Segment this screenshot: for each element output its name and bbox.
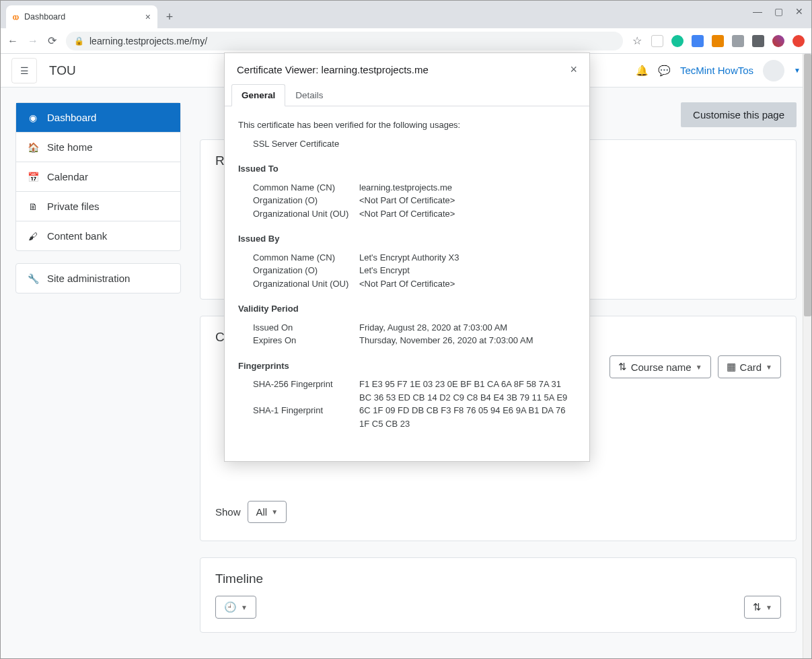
cert-label: SHA-1 Fingerprint: [253, 404, 359, 417]
cert-label: [253, 391, 359, 405]
cert-label: [253, 417, 359, 431]
ext-icon-1[interactable]: [651, 35, 663, 47]
timeline-filter-dropdown[interactable]: 🕘 ▼: [215, 596, 256, 619]
ext-icon-grammarly[interactable]: [671, 35, 684, 47]
user-menu-caret-icon[interactable]: ▼: [794, 67, 801, 74]
sidebar-item-label: Dashboard: [47, 112, 96, 123]
chat-icon[interactable]: 💬: [658, 65, 671, 77]
cert-label: Common Name (CN): [253, 251, 359, 265]
scrollbar[interactable]: [803, 54, 811, 658]
cert-label: Organizational Unit (OU): [253, 277, 359, 291]
cert-value: <Not Part Of Certificate>: [359, 277, 576, 291]
extensions-puzzle-icon[interactable]: [752, 35, 764, 47]
timeline-sort-dropdown[interactable]: ⇅ ▼: [744, 596, 781, 619]
sidebar: ◉ Dashboard 🏠 Site home 📅 Calendar 🗎 Pri…: [15, 102, 181, 649]
grid-icon: ▦: [727, 361, 736, 373]
ext-icon-7[interactable]: [792, 35, 805, 47]
bell-icon[interactable]: 🔔: [636, 65, 649, 77]
cert-value: learning.testprojects.me: [359, 181, 576, 195]
home-icon: 🏠: [27, 142, 39, 153]
nav-block-main: ◉ Dashboard 🏠 Site home 📅 Calendar 🗎 Pri…: [15, 102, 181, 251]
tab-general[interactable]: General: [231, 84, 285, 106]
file-icon: 🗎: [27, 201, 39, 212]
cert-label: Common Name (CN): [253, 181, 359, 195]
extension-icons: [651, 35, 805, 47]
cert-body: This certificate has been verified for t…: [225, 106, 589, 430]
chevron-down-icon: ▼: [271, 508, 278, 516]
show-value: All: [256, 506, 268, 518]
cert-label: Issued On: [253, 321, 359, 335]
browser-tab-strip: ⲱ Dashboard × + — ▢ ✕: [1, 1, 811, 28]
tab-details[interactable]: Details: [285, 84, 333, 106]
cert-label: Organization (O): [253, 194, 359, 207]
cert-value: Friday, August 28, 2020 at 7:03:00 AM: [359, 321, 576, 335]
sidebar-item-site-admin[interactable]: 🔧 Site administration: [16, 264, 180, 293]
brand-title[interactable]: TOU: [49, 63, 76, 78]
clock-icon: 🕘: [224, 601, 237, 613]
avatar[interactable]: [763, 60, 784, 81]
url-text: learning.testprojects.me/my/: [89, 36, 207, 46]
cert-issued-to-section: Issued To Common Name (CN)learning.testp…: [238, 162, 576, 220]
cert-value: BC 36 53 ED CB 14 D2 C9 C8 B4 E4 3B 79 1…: [359, 391, 576, 405]
cert-value: Thursday, November 26, 2020 at 7:03:00 A…: [359, 334, 576, 347]
cert-validity-section: Validity Period Issued OnFriday, August …: [238, 302, 576, 347]
url-bar[interactable]: 🔒 learning.testprojects.me/my/: [66, 32, 623, 50]
sidebar-item-calendar[interactable]: 📅 Calendar: [16, 162, 180, 192]
profile-avatar-icon[interactable]: [772, 35, 784, 47]
sidebar-item-site-home[interactable]: 🏠 Site home: [16, 133, 180, 162]
sort-dropdown[interactable]: ⇅ Course name ▼: [610, 355, 711, 378]
view-dropdown[interactable]: ▦ Card ▼: [718, 355, 781, 378]
cert-value: <Not Part Of Certificate>: [359, 194, 576, 207]
maximize-icon[interactable]: ▢: [774, 6, 783, 17]
back-icon[interactable]: ←: [7, 35, 18, 47]
ext-icon-3[interactable]: [692, 35, 704, 47]
cert-section-title: Validity Period: [238, 302, 576, 316]
close-tab-icon[interactable]: ×: [145, 11, 151, 22]
ext-icon-4[interactable]: [712, 35, 724, 47]
cert-section-title: Issued By: [238, 232, 576, 246]
show-dropdown[interactable]: All ▼: [248, 501, 287, 523]
star-icon[interactable]: ☆: [632, 34, 642, 47]
ext-icon-5[interactable]: [732, 35, 744, 47]
moodle-favicon: ⲱ: [13, 11, 19, 22]
sidebar-item-dashboard[interactable]: ◉ Dashboard: [16, 103, 180, 133]
cert-value: <Not Part Of Certificate>: [359, 207, 576, 221]
chevron-down-icon: ▼: [241, 604, 248, 611]
lock-icon[interactable]: 🔒: [74, 36, 84, 46]
card-title: Timeline: [215, 571, 781, 586]
close-window-icon[interactable]: ✕: [795, 6, 803, 17]
sort-icon: ⇅: [618, 361, 627, 373]
cert-tabs: General Details: [225, 83, 589, 106]
cert-usage: SSL Server Certificate: [238, 137, 576, 151]
sort-label: Course name: [631, 361, 692, 373]
hamburger-button[interactable]: ☰: [11, 58, 37, 83]
cert-label: SHA-256 Fingerprint: [253, 378, 359, 391]
cert-fingerprints-section: Fingerprints SHA-256 FingerprintF1 E3 95…: [238, 359, 576, 431]
cert-section-title: Issued To: [238, 162, 576, 176]
sidebar-item-private-files[interactable]: 🗎 Private files: [16, 192, 180, 221]
cert-label: Organization (O): [253, 264, 359, 277]
tab-title: Dashboard: [24, 12, 65, 22]
sort-icon: ⇅: [753, 601, 762, 613]
sidebar-item-content-bank[interactable]: 🖌 Content bank: [16, 221, 180, 250]
chevron-down-icon: ▼: [766, 604, 772, 611]
wrench-icon: 🔧: [27, 273, 39, 284]
cert-intro: This certificate has been verified for t…: [238, 118, 576, 132]
cert-value: 1F C5 CB 23: [359, 417, 576, 431]
scrollbar-thumb[interactable]: [804, 54, 811, 316]
browser-tab[interactable]: ⲱ Dashboard ×: [6, 5, 157, 28]
window-controls: — ▢ ✕: [753, 6, 803, 17]
calendar-icon: 📅: [27, 172, 39, 182]
dashboard-icon: ◉: [27, 112, 39, 123]
customise-page-button[interactable]: Customise this page: [681, 102, 797, 127]
cert-value: Let's Encrypt Authority X3: [359, 251, 576, 265]
minimize-icon[interactable]: —: [753, 6, 762, 17]
sidebar-item-label: Site home: [47, 141, 93, 153]
close-dialog-icon[interactable]: ×: [570, 63, 577, 77]
reload-icon[interactable]: ⟳: [48, 34, 57, 47]
user-name-link[interactable]: TecMint HowTos: [680, 65, 753, 76]
cert-label: Expires On: [253, 334, 359, 347]
forward-icon[interactable]: →: [28, 35, 38, 47]
new-tab-button[interactable]: +: [160, 7, 179, 26]
cert-value: F1 E3 95 F7 1E 03 23 0E BF B1 CA 6A 8F 5…: [359, 378, 576, 391]
